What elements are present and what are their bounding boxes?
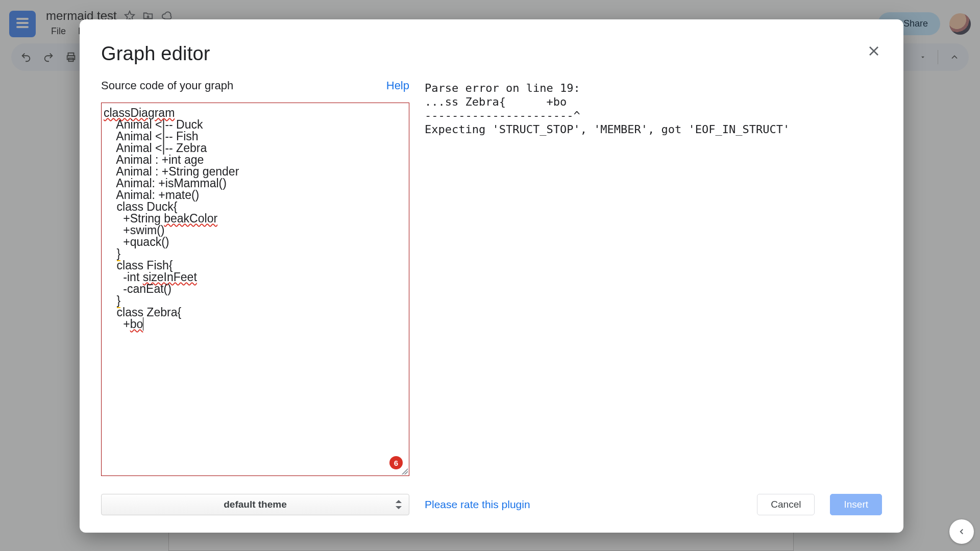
parse-error-output: Parse error on line 19: ...ss Zebra{ +bo… [425,79,882,136]
source-code-label: Source code of your graph [101,79,233,92]
insert-button[interactable]: Insert [830,494,882,515]
error-count-badge[interactable]: 6 [389,456,403,469]
source-code-textarea[interactable]: classDiagram Animal <|-- Duck Animal <|-… [101,103,409,476]
close-icon[interactable] [866,43,882,59]
dialog-title: Graph editor [101,43,210,65]
cancel-button[interactable]: Cancel [757,494,815,515]
graph-editor-dialog: Graph editor Source code of your graph H… [80,19,903,533]
theme-select[interactable]: default theme [101,494,409,515]
rate-plugin-link[interactable]: Please rate this plugin [425,498,530,511]
theme-select-value: default theme [224,499,287,510]
resize-handle-icon[interactable] [402,468,408,474]
stepper-icon [396,500,402,509]
help-link[interactable]: Help [386,79,409,92]
side-panel-toggle[interactable] [949,519,974,544]
